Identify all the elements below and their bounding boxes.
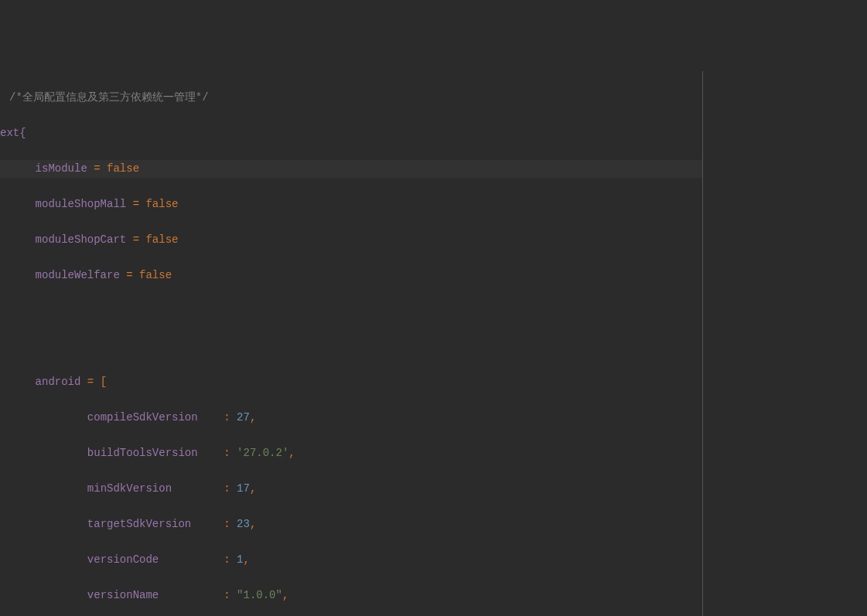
colon: : bbox=[224, 553, 237, 566]
colon: : bbox=[224, 589, 237, 601]
num-literal: 1 bbox=[237, 553, 243, 566]
comma: , bbox=[250, 482, 256, 495]
code-line: moduleShopCart = false bbox=[0, 231, 702, 249]
pad bbox=[198, 447, 217, 459]
comma: , bbox=[244, 553, 250, 566]
code-editor[interactable]: /*全局配置信息及第三方依赖统一管理*/ ext{ isModule = fal… bbox=[0, 71, 703, 616]
prop-name: android bbox=[36, 376, 81, 388]
code-line: versionName : "1.0.0", bbox=[0, 587, 702, 604]
assign-op: = bbox=[126, 269, 132, 281]
pad bbox=[191, 518, 217, 530]
bool-literal: false bbox=[107, 162, 139, 175]
map-key: minSdkVersion bbox=[87, 482, 172, 495]
prop-name: moduleShopCart bbox=[36, 233, 127, 246]
assign-op: = bbox=[94, 162, 100, 175]
colon: : bbox=[224, 482, 237, 495]
comma: , bbox=[250, 411, 256, 424]
code-line: moduleWelfare = false bbox=[0, 267, 702, 284]
assign-op: = bbox=[133, 198, 139, 210]
colon: : bbox=[224, 518, 237, 530]
bool-literal: false bbox=[145, 198, 178, 210]
prop-name: moduleShopMall bbox=[36, 198, 127, 210]
blank-line bbox=[0, 338, 702, 356]
map-key: compileSdkVersion bbox=[87, 411, 198, 424]
code-line-current: isModule = false bbox=[0, 160, 702, 178]
comma: , bbox=[250, 518, 256, 530]
comma: , bbox=[288, 447, 295, 459]
blank-line bbox=[0, 302, 702, 320]
str-literal: '27.0.2' bbox=[237, 447, 288, 459]
comment-text: /*全局配置信息及第三方依赖统一管理*/ bbox=[9, 91, 209, 104]
code-line: /*全局配置信息及第三方依赖统一管理*/ bbox=[0, 89, 702, 107]
ext-block-open: ext{ bbox=[0, 127, 26, 139]
code-line: targetSdkVersion : 23, bbox=[0, 516, 702, 533]
str-literal: "1.0.0" bbox=[237, 589, 282, 601]
bool-literal: false bbox=[145, 233, 178, 246]
code-line: buildToolsVersion : '27.0.2', bbox=[0, 444, 702, 462]
code-line: moduleShopMall = false bbox=[0, 196, 702, 213]
map-key: targetSdkVersion bbox=[87, 518, 191, 530]
pad bbox=[172, 482, 217, 495]
prop-name: moduleWelfare bbox=[36, 269, 120, 281]
num-literal: 17 bbox=[237, 482, 250, 495]
assign-op: = bbox=[133, 233, 139, 246]
code-line: versionCode : 1, bbox=[0, 551, 702, 569]
map-open: = [ bbox=[80, 376, 107, 388]
prop-name: isModule bbox=[36, 162, 87, 175]
code-line: compileSdkVersion : 27, bbox=[0, 409, 702, 427]
map-key: versionCode bbox=[87, 553, 159, 566]
num-literal: 27 bbox=[237, 411, 250, 424]
code-line: ext{ bbox=[0, 124, 702, 142]
colon: : bbox=[224, 411, 237, 424]
colon: : bbox=[224, 447, 237, 459]
map-key: versionName bbox=[87, 589, 159, 601]
pad bbox=[198, 411, 217, 424]
code-line: minSdkVersion : 17, bbox=[0, 480, 702, 498]
pad bbox=[159, 553, 217, 566]
pad bbox=[159, 589, 217, 601]
bool-literal: false bbox=[139, 269, 172, 281]
comma: , bbox=[282, 589, 288, 601]
code-line: android = [ bbox=[0, 373, 702, 391]
map-key: buildToolsVersion bbox=[87, 447, 198, 459]
num-literal: 23 bbox=[237, 518, 250, 530]
